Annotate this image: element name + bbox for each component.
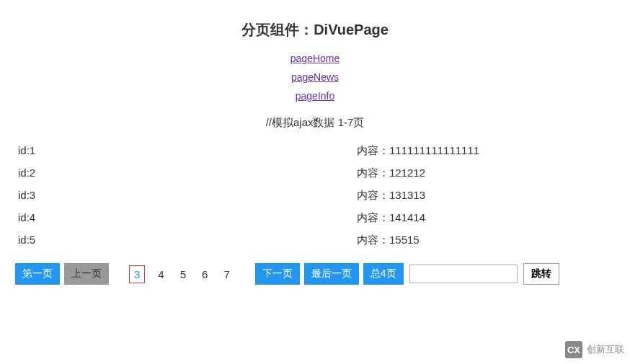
page-numbers: 3 4 5 6 7 bbox=[129, 265, 233, 283]
data-content: 内容：141414 bbox=[357, 211, 619, 225]
data-content: 内容：111111111111111 bbox=[357, 144, 619, 158]
page-num-4[interactable]: 4 bbox=[155, 267, 167, 282]
watermark-icon: CX bbox=[565, 341, 582, 358]
next-page-button[interactable]: 下一页 bbox=[255, 263, 300, 285]
watermark-text: 创新互联 bbox=[587, 343, 624, 356]
first-page-button[interactable]: 第一页 bbox=[15, 263, 60, 285]
link-pageinfo[interactable]: pageInfo bbox=[11, 90, 619, 102]
data-id: id:4 bbox=[18, 211, 357, 225]
page-num-3[interactable]: 3 bbox=[129, 265, 145, 283]
pagination: 第一页 上一页 3 4 5 6 7 下一页 最后一页 总4页 跳转 bbox=[15, 263, 619, 285]
data-id: id:5 bbox=[18, 234, 357, 247]
list-item: id:1 内容：111111111111111 bbox=[18, 144, 619, 158]
total-pages-badge: 总4页 bbox=[363, 263, 404, 285]
data-content: 内容：121212 bbox=[357, 167, 619, 180]
link-pagehome[interactable]: pageHome bbox=[11, 53, 619, 64]
page-num-5[interactable]: 5 bbox=[177, 267, 189, 282]
list-item: id:4 内容：141414 bbox=[18, 211, 619, 225]
last-page-button[interactable]: 最后一页 bbox=[304, 263, 359, 285]
watermark: CX 创新互联 bbox=[565, 341, 624, 358]
data-id: id:3 bbox=[18, 189, 357, 203]
link-pagenews[interactable]: pageNews bbox=[11, 71, 619, 83]
data-list: id:1 内容：111111111111111 id:2 内容：121212 i… bbox=[18, 144, 619, 247]
data-id: id:2 bbox=[18, 167, 357, 180]
ajax-note: //模拟ajax数据 1-7页 bbox=[11, 116, 619, 130]
page-title: 分页组件：DiVuePage bbox=[11, 20, 619, 40]
data-id: id:1 bbox=[18, 144, 357, 158]
jump-button[interactable]: 跳转 bbox=[523, 263, 559, 285]
list-item: id:2 内容：121212 bbox=[18, 167, 619, 180]
prev-page-button[interactable]: 上一页 bbox=[64, 263, 109, 285]
data-content: 内容：131313 bbox=[357, 189, 619, 203]
list-item: id:3 内容：131313 bbox=[18, 189, 619, 203]
page-num-7[interactable]: 7 bbox=[221, 267, 232, 282]
data-content: 内容：15515 bbox=[357, 234, 619, 247]
list-item: id:5 内容：15515 bbox=[18, 234, 619, 247]
nav-links: pageHome pageNews pageInfo bbox=[11, 53, 619, 102]
page-num-6[interactable]: 6 bbox=[199, 267, 210, 282]
page-jump-input[interactable] bbox=[409, 265, 518, 283]
